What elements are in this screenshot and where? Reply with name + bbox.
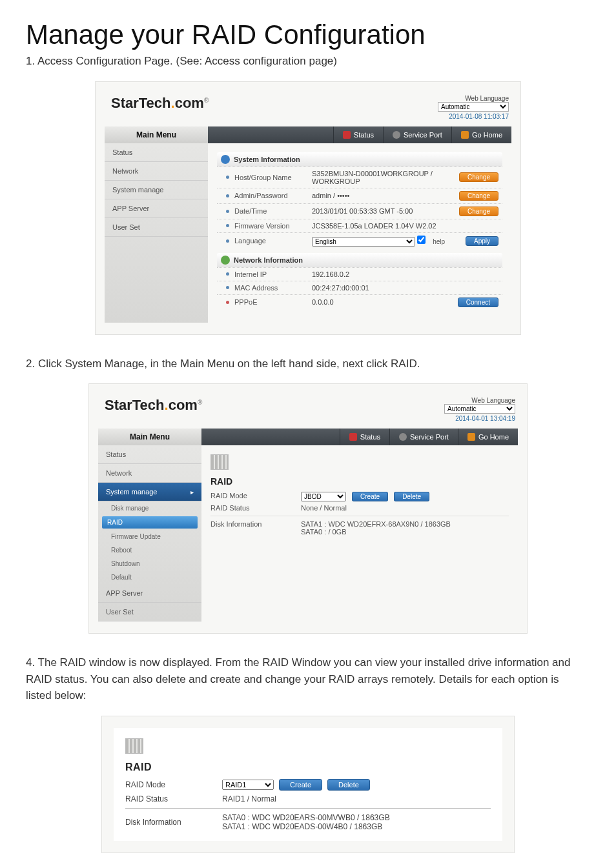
apply-button[interactable]: Apply (466, 236, 498, 246)
row-admin-password: Admin/Password admin / ••••• Change (217, 188, 502, 203)
web-language-label: Web Language (444, 397, 515, 404)
web-language-select[interactable]: Automatic (444, 404, 515, 414)
step-4-text: 4. The RAID window is now displayed. Fro… (26, 654, 590, 704)
row-host-group: Host/Group Name S352BMU3N-D00001WORKGROU… (217, 167, 502, 188)
status-icon (343, 131, 351, 139)
toolbar: Main Menu Status Service Port Go Home (105, 126, 511, 143)
create-button[interactable]: Create (279, 779, 322, 791)
row-date-time: Date/Time 2013/01/01 00:53:33 GMT -5:00 … (217, 203, 502, 219)
web-language-widget: Web Language Automatic 2014-04-01 13:04:… (444, 397, 515, 422)
menu-user-set[interactable]: User Set (98, 603, 201, 621)
home-icon (461, 131, 469, 139)
step-1-text: 1. Access Configuration Page. (See: Acce… (26, 53, 590, 70)
raid-status-row: RAID Status None / Normal (210, 503, 509, 513)
status-button[interactable]: Status (340, 429, 389, 445)
submenu-reboot[interactable]: Reboot (98, 543, 201, 557)
disk-line: SATA1 : WDC WD20EFRX-68AX9N0 / 1863GB (301, 520, 451, 528)
raid-status-row: RAID Status RAID1 / Normal (125, 792, 491, 805)
row-internal-ip: Internel IP 192.168.0.2 (217, 267, 502, 281)
change-button[interactable]: Change (459, 191, 498, 201)
step-2-text: 2. Click System Manage, in the Main Menu… (26, 356, 590, 372)
timestamp: 2014-04-01 13:04:19 (444, 415, 515, 422)
change-button[interactable]: Change (459, 207, 498, 216)
disk-line: SATA0 : WDC WD20EARS-00MVWB0 / 1863GB (222, 813, 390, 822)
content-area: RAID RAID Mode JBOD Create Delete RAID S… (201, 445, 518, 621)
menu-status[interactable]: Status (98, 445, 201, 464)
status-button[interactable]: Status (333, 126, 383, 143)
network-icon (221, 256, 230, 265)
help-checkbox[interactable] (417, 236, 426, 244)
menu-system-manage[interactable]: System manage (105, 181, 208, 199)
disk-info-row: Disk Information SATA0 : WDC WD20EARS-00… (125, 811, 491, 833)
menu-network[interactable]: Network (98, 464, 201, 483)
raid-mode-select[interactable]: JBOD (301, 492, 346, 501)
screenshot-raid-page: StarTech.com® Web Language Automatic 201… (88, 383, 528, 634)
help-label: help (433, 238, 445, 245)
menu-user-set[interactable]: User Set (105, 218, 208, 237)
menu-network[interactable]: Network (105, 162, 208, 181)
language-select[interactable]: English (312, 237, 415, 247)
raid-mode-row: RAID Mode RAID1 Create Delete (125, 777, 491, 792)
raid-heading: RAID (125, 762, 491, 773)
submenu-default[interactable]: Default (98, 570, 201, 584)
submenu-raid[interactable]: RAID (102, 516, 198, 529)
system-information-header: System Information (217, 152, 502, 167)
row-mac: MAC Address 00:24:27:d0:00:01 (217, 281, 502, 294)
menu-status[interactable]: Status (105, 143, 208, 162)
service-port-button[interactable]: Service Port (383, 126, 451, 143)
gear-icon (393, 131, 400, 139)
info-icon (221, 155, 230, 164)
main-menu: Status Network System manage Disk manage… (98, 445, 201, 621)
go-home-button[interactable]: Go Home (451, 126, 511, 143)
brand-logo: StarTech.com® (105, 397, 202, 414)
web-language-widget: Web Language Automatic 2014-01-08 11:03:… (438, 95, 509, 120)
menu-system-manage[interactable]: System manage (98, 483, 201, 501)
row-pppoe: PPPoE 0.0.0.0 Connect (217, 294, 502, 310)
connect-button[interactable]: Connect (458, 298, 498, 307)
screenshot-status-page: StarTech.com® Web Language Automatic 201… (95, 81, 521, 335)
submenu-shutdown[interactable]: Shutdown (98, 557, 201, 570)
status-icon (349, 433, 357, 441)
submenu-firmware-update[interactable]: Firmware Update (98, 530, 201, 543)
main-menu-header: Main Menu (98, 429, 201, 445)
toolbar: Main Menu Status Service Port Go Home (98, 429, 518, 445)
web-language-label: Web Language (438, 95, 509, 102)
gear-icon (399, 433, 407, 441)
row-language: Language English help Apply (217, 232, 502, 249)
menu-app-server[interactable]: APP Server (105, 199, 208, 218)
page-title: Manage your RAID Configuration (26, 19, 590, 50)
submenu-disk-manage[interactable]: Disk manage (98, 501, 201, 515)
change-button[interactable]: Change (459, 172, 498, 182)
raid-icon (210, 454, 229, 470)
disk-line: SATA0 : / 0GB (301, 528, 451, 536)
create-button[interactable]: Create (352, 492, 388, 501)
web-language-select[interactable]: Automatic (438, 102, 509, 112)
timestamp: 2014-01-08 11:03:17 (438, 113, 509, 120)
go-home-button[interactable]: Go Home (458, 429, 518, 445)
disk-info-row: Disk Information SATA1 : WDC WD20EFRX-68… (210, 519, 509, 537)
menu-app-server[interactable]: APP Server (98, 584, 201, 603)
disk-line: SATA1 : WDC WD20EADS-00W4B0 / 1863GB (222, 822, 390, 831)
brand-logo: StarTech.com® (111, 95, 209, 112)
service-port-button[interactable]: Service Port (389, 429, 458, 445)
raid-heading: RAID (210, 476, 509, 487)
home-icon (467, 433, 475, 441)
row-firmware: Firmware Version JCS358E-1.05a LOADER 1.… (217, 219, 502, 232)
delete-button[interactable]: Delete (394, 492, 429, 501)
main-menu: Status Network System manage APP Server … (105, 143, 208, 323)
raid-mode-select[interactable]: RAID1 (222, 780, 274, 790)
delete-button[interactable]: Delete (327, 779, 370, 791)
content-area: System Information Host/Group Name S352B… (208, 143, 511, 323)
raid-mode-row: RAID Mode JBOD Create Delete (210, 490, 509, 503)
raid-icon (125, 738, 143, 754)
main-menu-header: Main Menu (105, 126, 208, 143)
network-information-header: Network Information (217, 253, 502, 267)
raid-card: RAID RAID Mode RAID1 Create Delete RAID … (101, 716, 515, 853)
